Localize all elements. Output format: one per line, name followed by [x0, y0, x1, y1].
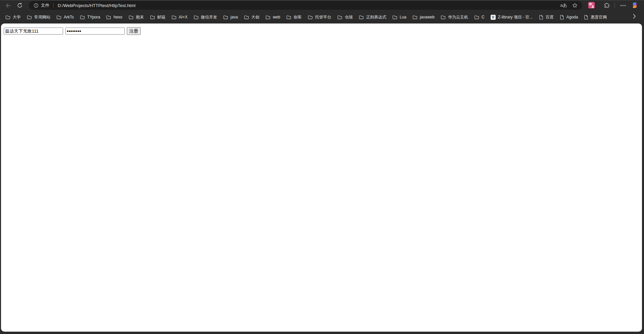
page-icon	[539, 15, 543, 20]
bookmark-item[interactable]: 华为云主机	[438, 13, 471, 21]
register-button[interactable]: 注册	[127, 27, 141, 35]
bookmark-label: 仓颉	[345, 14, 353, 20]
address-bar[interactable]: 文件 D:/WebProjects/HTTPtest/HttpTest.html…	[29, 1, 582, 10]
bookmark-label: 华为云主机	[448, 14, 468, 20]
bookmark-item[interactable]: ArkTs	[53, 13, 77, 21]
bookmark-label: javaweb	[420, 15, 435, 19]
bookmark-item[interactable]: VZ-library 项目 - 官...	[488, 13, 536, 21]
browser-window: 文件 D:/WebProjects/HTTPtest/HttpTest.html…	[0, 0, 644, 334]
text-size-icon[interactable]: aあ	[560, 2, 567, 8]
bookmark-label: Lua	[400, 15, 406, 19]
bookmark-label: Z-library 项目 - 官...	[498, 14, 533, 20]
translate-badge-a: A	[592, 5, 594, 9]
bookmark-label: ArkTs	[64, 15, 74, 19]
folder-icon	[80, 15, 85, 19]
bookmark-item[interactable]: javaweb	[409, 13, 438, 21]
bookmark-item[interactable]: java	[220, 13, 241, 21]
favorite-star-icon[interactable]	[572, 3, 578, 8]
bookmark-label: 惠普官网	[591, 14, 607, 20]
folder-icon	[474, 15, 479, 19]
bookmark-item[interactable]: Agoda	[557, 13, 581, 21]
bookmark-item[interactable]: 惠普官网	[581, 13, 610, 21]
bookmarks-bar: 大学常用网站ArkTsTYporahexo期末邮箱AI+X微信开发java大创w…	[0, 11, 631, 23]
bookmark-item[interactable]: C	[471, 13, 488, 21]
z-library-favicon: V	[491, 15, 496, 20]
bookmarks-overflow-chevron-icon[interactable]	[633, 14, 636, 19]
folder-icon	[265, 15, 270, 19]
settings-menu-icon[interactable]	[618, 2, 627, 9]
bookmark-item[interactable]: 常用网站	[24, 13, 53, 21]
bookmark-item[interactable]: 大学	[2, 13, 24, 21]
bookmark-item[interactable]: 微信开发	[191, 13, 220, 21]
back-arrow-icon	[5, 3, 11, 8]
bookmark-label: 正则表达式	[366, 14, 386, 20]
bookmark-label: 创客	[294, 14, 302, 20]
url-text: D:/WebProjects/HTTPtest/HttpTest.html	[58, 3, 136, 8]
folder-icon	[441, 15, 446, 19]
folder-icon	[5, 15, 10, 19]
translate-extension-button[interactable]: 中 A	[588, 2, 595, 8]
folder-icon	[308, 15, 313, 19]
folder-icon	[359, 15, 364, 19]
bookmark-label: 百度	[546, 14, 554, 20]
password-input[interactable]	[65, 28, 125, 35]
bookmark-label: TYpora	[87, 15, 100, 19]
bookmark-item[interactable]: Lua	[389, 13, 409, 21]
folder-icon	[56, 15, 61, 19]
page-icon	[584, 15, 588, 20]
folder-icon	[194, 15, 199, 19]
bookmark-item[interactable]: 托管平台	[305, 13, 334, 21]
folder-icon	[171, 15, 177, 19]
webpage-content: 注册	[1, 23, 642, 332]
bookmark-label: java	[231, 15, 238, 19]
back-button[interactable]	[3, 1, 13, 10]
bookmark-item[interactable]: AI+X	[168, 13, 191, 21]
bookmark-label: hexo	[113, 15, 122, 19]
bookmark-label: C	[482, 15, 485, 19]
bookmark-item[interactable]: 创客	[283, 13, 305, 21]
bookmark-item[interactable]: 邮箱	[147, 13, 168, 21]
bookmark-item[interactable]: 百度	[536, 13, 557, 21]
folder-icon	[412, 15, 417, 19]
site-type-label: 文件	[41, 3, 49, 8]
bookmark-label: 微信开发	[201, 14, 217, 20]
folder-icon	[27, 15, 32, 19]
username-input[interactable]	[4, 28, 63, 35]
page-icon	[560, 15, 564, 20]
refresh-button[interactable]	[15, 1, 24, 10]
folder-icon	[223, 15, 228, 19]
bookmark-label: 托管平台	[315, 14, 331, 20]
bookmark-label: Agoda	[566, 15, 578, 19]
folder-icon	[150, 15, 155, 19]
bookmark-label: 常用网站	[34, 14, 50, 20]
extensions-puzzle-icon[interactable]	[604, 2, 610, 8]
folder-icon	[129, 15, 134, 19]
bookmark-label: 期末	[136, 14, 144, 20]
bookmark-item[interactable]: 期末	[126, 13, 147, 21]
info-icon[interactable]	[34, 3, 39, 8]
bookmark-item[interactable]: web	[262, 13, 283, 21]
bookmark-item[interactable]: hexo	[103, 13, 125, 21]
bookmark-item[interactable]: 仓颉	[334, 13, 356, 21]
refresh-icon	[17, 3, 22, 8]
bookmark-item[interactable]: TYpora	[77, 13, 103, 21]
folder-icon	[392, 15, 397, 19]
bookmark-label: 大创	[251, 14, 259, 20]
folder-icon	[106, 15, 111, 19]
bookmark-item[interactable]: 大创	[241, 13, 262, 21]
bookmark-label: AI+X	[179, 15, 188, 19]
folder-icon	[244, 15, 249, 19]
bookmark-item[interactable]: 正则表达式	[356, 13, 389, 21]
browser-toolbar: 文件 D:/WebProjects/HTTPtest/HttpTest.html…	[0, 0, 644, 11]
bookmark-label: 邮箱	[157, 14, 165, 20]
copilot-icon[interactable]	[632, 2, 638, 8]
folder-icon	[337, 15, 342, 19]
address-bar-divider	[53, 3, 54, 8]
toolbar-separator	[614, 3, 615, 8]
bookmark-label: 大学	[13, 14, 21, 20]
folder-icon	[286, 15, 291, 19]
bookmark-label: web	[273, 15, 280, 19]
